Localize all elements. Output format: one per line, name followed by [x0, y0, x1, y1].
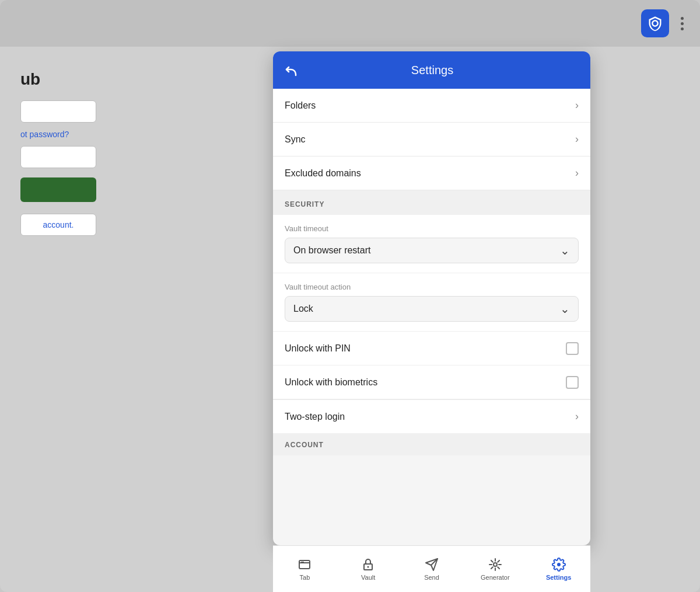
security-card: Vault timeout On browser restart ⌄ Vault… — [273, 215, 590, 332]
vault-timeout-select[interactable]: On browser restart ⌄ — [285, 238, 579, 263]
more-options-button[interactable] — [676, 12, 688, 35]
bottom-navigation: Tab Vault Send Generator Settings — [273, 545, 590, 592]
popup-header: Settings — [273, 51, 590, 89]
send-nav-label: Send — [424, 574, 439, 581]
two-step-login-chevron-icon: › — [575, 410, 579, 423]
bitwarden-extension-button[interactable] — [641, 9, 669, 37]
popup-title: Settings — [308, 64, 556, 77]
excluded-domains-menu-item[interactable]: Excluded domains › — [273, 156, 590, 190]
account-section-header-partial: ACCOUNT — [273, 433, 590, 455]
tab-nav-item[interactable]: Tab — [273, 553, 337, 586]
login-background-area: ub ot password? account. — [12, 58, 123, 248]
vault-timeout-row: Vault timeout On browser restart ⌄ — [273, 215, 590, 273]
back-icon — [285, 63, 299, 77]
svg-rect-1 — [301, 562, 304, 563]
security-section-title: SECURITY — [285, 200, 324, 208]
svg-rect-0 — [299, 560, 310, 569]
vault-timeout-action-value: Lock — [293, 304, 313, 314]
vault-timeout-action-row: Vault timeout action Lock ⌄ — [273, 273, 590, 332]
login-password-input-bg — [20, 146, 96, 168]
back-button[interactable] — [285, 63, 299, 77]
vault-timeout-action-label: Vault timeout action — [285, 283, 579, 291]
settings-nav-label: Settings — [546, 574, 571, 581]
bitwarden-shield-icon — [647, 15, 663, 32]
account-section-title-partial: ACCOUNT — [285, 441, 324, 449]
settings-nav-item[interactable]: Settings — [527, 553, 590, 586]
generator-nav-item[interactable]: Generator — [463, 553, 527, 586]
unlock-pin-label: Unlock with PIN — [285, 343, 351, 354]
excluded-domains-label: Excluded domains — [285, 168, 361, 179]
vault-timeout-action-chevron-down-icon: ⌄ — [560, 302, 570, 316]
excluded-domains-chevron-icon: › — [575, 167, 579, 179]
send-icon — [425, 558, 439, 572]
create-account-bg: account. — [20, 214, 96, 236]
vault-icon — [361, 558, 375, 572]
vault-timeout-label: Vault timeout — [285, 224, 579, 233]
vault-timeout-chevron-down-icon: ⌄ — [560, 243, 570, 257]
vault-nav-label: Vault — [361, 574, 375, 581]
tab-nav-label: Tab — [300, 574, 310, 581]
unlock-pin-checkbox[interactable] — [566, 342, 579, 355]
generator-nav-label: Generator — [481, 574, 510, 581]
tab-icon — [298, 558, 312, 572]
browser-topbar — [0, 0, 700, 47]
unlock-biometrics-checkbox[interactable] — [566, 376, 579, 389]
unlock-pin-row[interactable]: Unlock with PIN — [273, 332, 590, 365]
folders-label: Folders — [285, 100, 316, 111]
svg-point-3 — [368, 566, 369, 567]
sync-menu-item[interactable]: Sync › — [273, 123, 590, 156]
generator-icon — [488, 558, 502, 572]
sync-label: Sync — [285, 134, 306, 145]
settings-icon — [552, 558, 566, 572]
forgot-password-link-bg: ot password? — [20, 130, 114, 139]
login-submit-btn-bg — [20, 177, 96, 202]
settings-popup: Settings Folders › Sync › Excluded domai… — [273, 51, 590, 545]
vault-nav-item[interactable]: Vault — [337, 553, 400, 586]
send-nav-item[interactable]: Send — [400, 553, 464, 586]
vault-timeout-action-select[interactable]: Lock ⌄ — [285, 296, 579, 322]
sync-chevron-icon: › — [575, 133, 579, 145]
two-step-login-item[interactable]: Two-step login › — [273, 399, 590, 433]
unlock-biometrics-row[interactable]: Unlock with biometrics — [273, 365, 590, 399]
login-username-input-bg — [20, 100, 96, 123]
unlock-biometrics-label: Unlock with biometrics — [285, 377, 377, 388]
folders-menu-item[interactable]: Folders › — [273, 89, 590, 123]
security-section-header: SECURITY — [273, 190, 590, 215]
folders-chevron-icon: › — [575, 99, 579, 112]
two-step-login-label: Two-step login — [285, 412, 345, 422]
vault-timeout-value: On browser restart — [293, 245, 370, 256]
login-title-partial: ub — [20, 70, 114, 89]
svg-point-4 — [494, 563, 497, 566]
